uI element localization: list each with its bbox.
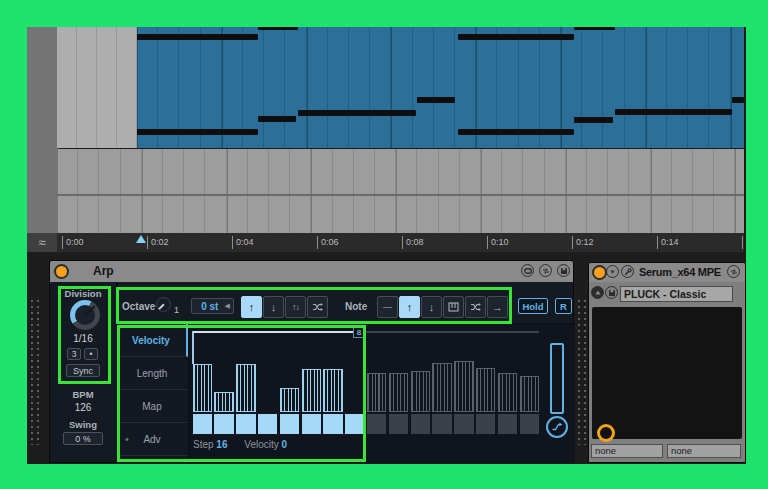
plugin-window-icon[interactable]	[591, 286, 604, 299]
loop-icon[interactable]	[521, 264, 534, 277]
step-enable-square[interactable]	[193, 414, 213, 434]
arp-title-bar[interactable]: Arp	[50, 261, 573, 282]
fold-icon[interactable]: ▼	[606, 265, 619, 278]
midi-note[interactable]	[574, 27, 615, 30]
velocity-step-bar[interactable]	[302, 369, 322, 412]
step-enable-square[interactable]	[367, 414, 387, 434]
note-chord-button[interactable]	[443, 296, 464, 318]
wave-icon[interactable]: ≈	[27, 233, 59, 252]
velocity-step-bar[interactable]	[280, 388, 300, 412]
midi-note[interactable]	[615, 109, 732, 115]
triplet-button[interactable]: 3	[67, 348, 81, 360]
note-random-button[interactable]	[465, 296, 486, 318]
save-preset-icon[interactable]	[557, 264, 570, 277]
swing-value[interactable]: 0 %	[63, 432, 103, 445]
division-knob[interactable]	[70, 300, 100, 330]
octave-down-button[interactable]: ↓	[263, 296, 284, 318]
step-enable-square[interactable]	[498, 414, 518, 434]
velocity-step-bar[interactable]	[323, 369, 343, 412]
velocity-step-bar[interactable]	[432, 363, 452, 412]
step-enable-square[interactable]	[236, 414, 256, 434]
hold-button[interactable]: Hold	[518, 298, 548, 314]
step-enable-square[interactable]	[323, 414, 343, 434]
note-down-button[interactable]: ↓	[421, 296, 442, 318]
midi-note[interactable]	[417, 97, 455, 103]
param-slot-right[interactable]: none	[667, 444, 741, 458]
velocity-value[interactable]: 0	[282, 439, 288, 450]
step-enable-square[interactable]	[214, 414, 234, 434]
step-value[interactable]: 16	[216, 439, 227, 450]
octave-up-button[interactable]: ↑	[241, 296, 262, 318]
velocity-step-bar[interactable]	[520, 376, 540, 412]
velocity-range-slider[interactable]	[550, 343, 564, 414]
transpose-chooser[interactable]: 0 st ◀	[191, 298, 234, 314]
velocity-step-bar[interactable]	[454, 361, 474, 412]
midi-note[interactable]	[137, 129, 258, 135]
param-slot-left[interactable]: none	[591, 444, 663, 458]
octave-random-button[interactable]	[307, 296, 328, 318]
tab-length[interactable]: Length	[116, 357, 188, 390]
random-steps-icon[interactable]	[546, 416, 568, 438]
velocity-step-bar[interactable]	[389, 373, 409, 412]
step-enable-square[interactable]	[302, 414, 322, 434]
serum-title-bar[interactable]: ▼ Serum_x64 MPE	[589, 263, 745, 282]
step-enable-square[interactable]	[476, 414, 496, 434]
velocity-step-bar[interactable]	[411, 371, 431, 412]
bpm-value[interactable]: 126	[50, 402, 116, 413]
xy-handle-icon[interactable]	[597, 424, 615, 442]
hotswap-icon[interactable]	[539, 264, 552, 277]
octave-knob[interactable]	[156, 297, 171, 312]
preset-name-field[interactable]: PLUCK - Classic	[620, 286, 733, 302]
track-lane[interactable]	[57, 196, 744, 233]
playhead-marker-icon[interactable]	[136, 235, 146, 243]
adv-dot-icon: •	[125, 433, 129, 445]
midi-note[interactable]	[298, 110, 416, 116]
division-label: Division	[50, 288, 116, 299]
plugin-panel[interactable]	[592, 307, 742, 439]
midi-note[interactable]	[458, 129, 574, 135]
midi-note[interactable]	[258, 116, 296, 122]
velocity-step-bar[interactable]	[193, 364, 213, 412]
device-drag-handle[interactable]	[578, 300, 586, 445]
sync-button[interactable]: Sync	[66, 364, 100, 377]
dotted-button[interactable]: •	[84, 348, 98, 360]
step-enable-square[interactable]	[389, 414, 409, 434]
retrigger-button[interactable]: R	[555, 298, 572, 314]
tab-velocity[interactable]: Velocity	[116, 324, 188, 357]
device-on-led[interactable]	[54, 264, 69, 279]
velocity-step-bar[interactable]	[236, 364, 256, 412]
wrench-icon[interactable]	[621, 265, 634, 278]
velocity-step-bar[interactable]	[214, 392, 234, 412]
octave-updown-button[interactable]: ↑↓	[285, 296, 306, 318]
note-up-button[interactable]: ↑	[399, 296, 420, 318]
note-off-button[interactable]: —	[377, 296, 398, 318]
midi-note[interactable]	[137, 34, 258, 40]
velocity-step-bar[interactable]	[476, 368, 496, 412]
midi-note[interactable]	[574, 117, 613, 123]
midi-note[interactable]	[732, 97, 744, 103]
save-preset-icon[interactable]	[605, 286, 618, 299]
device-on-led[interactable]	[592, 265, 607, 280]
note-right-button[interactable]: →	[487, 296, 508, 318]
step-enable-square[interactable]	[411, 414, 431, 434]
step-enable-square[interactable]	[432, 414, 452, 434]
tab-map[interactable]: Map	[116, 390, 188, 423]
step-enable-square[interactable]	[258, 414, 278, 434]
hotswap-icon[interactable]	[727, 265, 740, 278]
step-enable-square[interactable]	[280, 414, 300, 434]
midi-note[interactable]	[458, 34, 574, 40]
step-enable-square[interactable]	[454, 414, 474, 434]
tab-adv[interactable]: •Adv	[116, 423, 188, 456]
step-enable-square[interactable]	[520, 414, 540, 434]
velocity-step-bar[interactable]	[498, 373, 518, 412]
midi-clip-display[interactable]	[57, 27, 744, 148]
track-lane[interactable]	[57, 149, 744, 196]
beat-time-ruler[interactable]: 0:000:020:040:060:080:100:120:140:16	[57, 233, 744, 252]
velocity-step-bar[interactable]	[367, 373, 387, 412]
ableton-window: ≈ 0:000:020:040:060:080:100:120:140:16 A…	[27, 27, 746, 464]
device-drag-handle[interactable]	[31, 300, 39, 445]
division-value[interactable]: 1/16	[50, 333, 116, 344]
step-sequencer-display[interactable]: 8 Step 16 Velocity 0	[189, 324, 575, 464]
midi-note[interactable]	[258, 27, 298, 30]
step-enable-square[interactable]	[345, 414, 365, 434]
